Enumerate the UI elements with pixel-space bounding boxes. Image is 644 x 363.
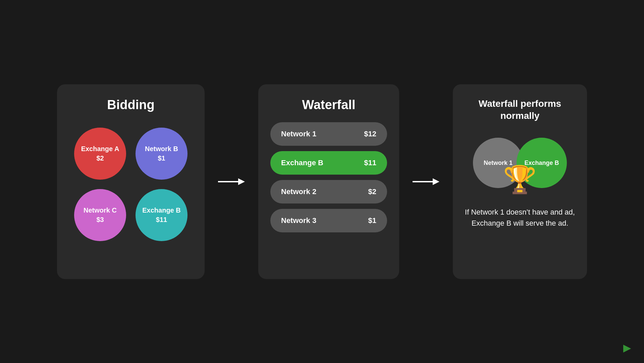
main-container: Bidding Exchange A $2 Network B $1 Netwo… bbox=[0, 84, 644, 279]
circle-exchange-a-amount: $2 bbox=[96, 153, 104, 163]
result-title: Waterfall performs normally bbox=[465, 98, 575, 122]
waterfall-panel: Waterfall Network 1 $12 Exchange B $11 N… bbox=[258, 84, 399, 279]
waterfall-row-exchangeb-label: Exchange B bbox=[281, 158, 323, 167]
waterfall-row-network2-label: Network 2 bbox=[281, 187, 316, 196]
svg-marker-1 bbox=[238, 178, 245, 185]
waterfall-row-network1-value: $12 bbox=[364, 130, 376, 138]
circle-network-c: Network C $3 bbox=[74, 189, 126, 241]
waterfall-row-network3: Network 3 $1 bbox=[270, 209, 387, 232]
trophy-icon: 🏆 bbox=[503, 166, 537, 193]
waterfall-row-network2: Network 2 $2 bbox=[270, 180, 387, 203]
circle-exchange-a-label: Exchange A bbox=[81, 144, 119, 153]
waterfall-rows: Network 1 $12 Exchange B $11 Network 2 $… bbox=[270, 122, 387, 232]
waterfall-row-network3-label: Network 3 bbox=[281, 216, 316, 225]
result-panel: Waterfall performs normally Network 1 Ex… bbox=[453, 84, 587, 279]
waterfall-row-network1: Network 1 $12 bbox=[270, 122, 387, 146]
svg-marker-3 bbox=[433, 178, 439, 185]
waterfall-row-exchangeb: Exchange B $11 bbox=[270, 151, 387, 175]
bidding-grid: Exchange A $2 Network B $1 Network C $3 … bbox=[74, 128, 187, 241]
circle-network-c-amount: $3 bbox=[96, 215, 104, 224]
circle-network-b-label: Network B bbox=[145, 144, 178, 153]
circle-exchange-b-amount: $11 bbox=[156, 215, 167, 224]
result-circles: Network 1 Exchange B 🏆 bbox=[473, 133, 567, 193]
circle-exchange-b: Exchange B $11 bbox=[136, 189, 187, 241]
bidding-title: Bidding bbox=[107, 98, 154, 112]
circle-exchange-b-label: Exchange B bbox=[142, 206, 180, 215]
waterfall-title: Waterfall bbox=[302, 98, 355, 112]
circle-network-c-label: Network C bbox=[84, 206, 117, 215]
bidding-panel: Bidding Exchange A $2 Network B $1 Netwo… bbox=[57, 84, 205, 279]
waterfall-row-exchangeb-value: $11 bbox=[364, 158, 376, 167]
arrow-1 bbox=[218, 177, 245, 187]
arrow-2 bbox=[413, 177, 439, 187]
watermark: ▶ bbox=[623, 343, 631, 354]
waterfall-row-network3-value: $1 bbox=[368, 216, 376, 225]
waterfall-row-network2-value: $2 bbox=[368, 187, 376, 196]
result-description: If Network 1 doesn’t have and ad, Exchan… bbox=[465, 207, 575, 229]
waterfall-row-network1-label: Network 1 bbox=[281, 130, 316, 138]
circle-exchange-a: Exchange A $2 bbox=[74, 128, 126, 180]
circle-network-b-amount: $1 bbox=[158, 153, 165, 163]
circle-network-b: Network B $1 bbox=[136, 128, 187, 180]
